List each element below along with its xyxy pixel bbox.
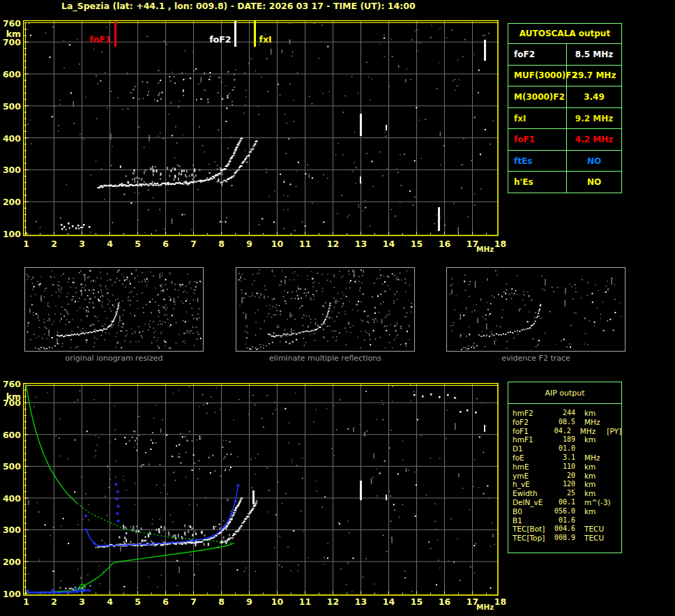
parameter-unit bbox=[575, 444, 609, 453]
restored-e-trace bbox=[26, 587, 91, 594]
parameter-flag bbox=[609, 409, 613, 418]
x-tick-label: 1 bbox=[17, 597, 36, 606]
parameter-value: 29.7 MHz bbox=[567, 66, 621, 87]
parameter-label: ymE bbox=[513, 472, 547, 481]
parameter-unit: TECU bbox=[575, 534, 609, 543]
parameter-flag bbox=[609, 453, 613, 463]
y-tick-label: 600 bbox=[1, 70, 21, 79]
marker-foF2-label: foF2 bbox=[209, 34, 231, 45]
y-tick-label: 100 bbox=[1, 230, 21, 239]
parameter-flag bbox=[609, 516, 613, 525]
x-tick-label: 16 bbox=[436, 597, 454, 606]
parameter-value: 004.6 bbox=[547, 525, 575, 534]
x-tick-label: 6 bbox=[157, 239, 175, 248]
parameter-value: 3.49 bbox=[567, 87, 621, 107]
parameter-flag bbox=[609, 498, 613, 507]
parameter-label: h_vE bbox=[513, 480, 547, 489]
parameter-value: 20 bbox=[547, 472, 575, 481]
y-tick-label: 700 bbox=[1, 38, 21, 47]
marker-foF1-bar bbox=[114, 21, 116, 47]
parameter-flag bbox=[609, 525, 613, 534]
x-tick-label: 2 bbox=[45, 239, 63, 248]
aip-row: DelN_vE00.1m^(-3) bbox=[513, 498, 621, 507]
parameter-label: TEC[Bot] bbox=[513, 525, 547, 534]
parameter-value: NO bbox=[567, 172, 621, 193]
aip-row: foF104.2MHz[PY] bbox=[513, 427, 621, 436]
parameter-value: 01.0 bbox=[547, 444, 575, 453]
autoscala-app-window: { "page": { "title": "La_Spezia (lat: +4… bbox=[0, 0, 675, 616]
x-mode-echo-trace bbox=[220, 140, 258, 183]
x-tick-label: 9 bbox=[241, 239, 259, 248]
parameter-flag bbox=[609, 463, 613, 472]
thumbnail-f2-trace bbox=[446, 267, 625, 352]
parameter-label: h'Es bbox=[508, 172, 567, 193]
table-row-ftEs: ftEs NO bbox=[508, 151, 621, 172]
parameter-value: 08.5 bbox=[547, 418, 575, 427]
x-tick-label: 7 bbox=[185, 597, 203, 606]
o-mode-echo-trace bbox=[98, 137, 243, 188]
x-tick-label: 14 bbox=[380, 239, 398, 248]
parameter-value: 244 bbox=[547, 409, 575, 418]
parameter-flag bbox=[609, 489, 613, 498]
parameter-label: foF1 bbox=[508, 129, 567, 150]
station-date-time-title: La_Spezia (lat: +44.1 , lon: 009.8) - DA… bbox=[61, 1, 416, 11]
aip-output-table: AIP output hmF2244kmfoF208.5MHzfoF104.2M… bbox=[508, 382, 622, 553]
thumbnail-caption: original ionogram resized bbox=[24, 354, 204, 363]
parameter-unit: km bbox=[575, 480, 609, 489]
parameter-label: M(3000)F2 bbox=[508, 87, 567, 107]
y-axis-unit: km bbox=[1, 392, 21, 401]
parameter-label: hmF1 bbox=[513, 435, 547, 444]
parameter-value: 3.1 bbox=[547, 453, 575, 463]
thumbnail-canvas bbox=[447, 268, 625, 351]
parameter-label: ftEs bbox=[508, 151, 567, 172]
parameter-unit: km bbox=[575, 507, 609, 516]
y-tick-label: 400 bbox=[1, 494, 21, 503]
x-tick-label: 12 bbox=[324, 239, 342, 248]
aip-row: TEC[Top]008.9TECU bbox=[513, 534, 621, 543]
aip-row: D101.0 bbox=[513, 444, 621, 453]
parameter-label: foF2 bbox=[508, 44, 567, 65]
profile-canvas bbox=[23, 383, 499, 596]
thumbnail-caption: evidence F2 trace bbox=[446, 354, 625, 363]
parameter-flag bbox=[609, 435, 613, 444]
table-row-hEs: h'Es NO bbox=[508, 172, 621, 193]
y-tick-label: 500 bbox=[1, 462, 21, 471]
x-tick-label: 11 bbox=[296, 239, 314, 248]
table-row-fxI: fxI 9.2 MHz bbox=[508, 108, 621, 130]
parameter-label: TEC[Top] bbox=[513, 534, 547, 543]
x-tick-label: 1 bbox=[17, 239, 36, 248]
parameter-value: 00.1 bbox=[547, 498, 575, 507]
x-axis-unit: MHz bbox=[476, 245, 494, 253]
x-tick-label: 9 bbox=[241, 597, 259, 606]
parameter-label: foF1 bbox=[513, 427, 545, 436]
parameter-value: NO bbox=[567, 151, 621, 172]
parameter-unit bbox=[575, 516, 609, 525]
x-tick-label: 4 bbox=[101, 239, 119, 248]
x-tick-label: 16 bbox=[436, 239, 454, 248]
aip-row: h_vE120km bbox=[513, 480, 621, 489]
marker-foF1-label: foF1 bbox=[89, 34, 111, 45]
parameter-label: hmF2 bbox=[513, 409, 547, 418]
parameter-label: DelN_vE bbox=[513, 498, 547, 507]
parameter-unit: km bbox=[575, 472, 609, 481]
ionogram-canvas: foF1foF2fxI bbox=[23, 20, 499, 237]
thumbnail-original-ionogram bbox=[24, 267, 204, 352]
x-tick-label: 8 bbox=[213, 239, 231, 248]
parameter-unit: km bbox=[575, 489, 609, 498]
y-tick-label: 760 bbox=[1, 19, 21, 28]
parameter-unit: m^(-3) bbox=[575, 498, 609, 507]
y-tick-label: 200 bbox=[1, 557, 21, 566]
ionogram-plot: foF1foF2fxI bbox=[23, 20, 499, 237]
parameter-value: 01.6 bbox=[547, 516, 575, 525]
y-tick-label: 400 bbox=[1, 134, 21, 143]
x-tick-label: 3 bbox=[73, 239, 91, 248]
parameter-flag bbox=[609, 507, 613, 516]
x-tick-label: 18 bbox=[492, 239, 510, 248]
aip-table-title: AIP output bbox=[508, 382, 621, 404]
x-tick-label: 10 bbox=[268, 239, 287, 248]
o-mode-echo-trace bbox=[98, 497, 243, 548]
parameter-value: 04.2 bbox=[545, 427, 571, 436]
parameter-label: hmE bbox=[513, 463, 547, 472]
table-row-foF2: foF2 8.5 MHz bbox=[508, 44, 621, 66]
parameter-flag bbox=[609, 472, 613, 481]
